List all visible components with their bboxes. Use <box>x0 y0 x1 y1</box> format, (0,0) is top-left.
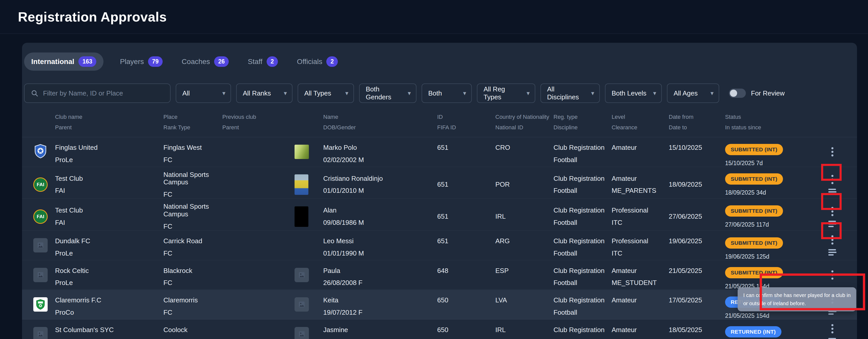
row-notes-icon[interactable] <box>828 249 837 256</box>
cell-level: Amateur <box>612 290 669 319</box>
cell-level-text: ITC <box>612 250 664 257</box>
cell-club: Test ClubFAI <box>55 199 163 230</box>
cell-reg-type-text: Club Registration <box>554 207 608 214</box>
table-row[interactable]: Dundalk FCProLeCarrick RoadFCLeo Messi01… <box>22 231 857 260</box>
search-box[interactable] <box>24 84 170 103</box>
cell-id-text: 651 <box>437 237 491 245</box>
row-menu-button[interactable] <box>830 323 834 334</box>
tab-coaches[interactable]: Coaches26 <box>179 53 231 71</box>
cell-dates: 18/05/2025 <box>669 319 725 339</box>
cell-country-text: LVA <box>495 297 549 304</box>
filter-bar: All▾All Ranks▾All Types▾Both Genders▾Bot… <box>24 84 857 103</box>
filter-dropdown-all-ages[interactable]: All Ages▾ <box>667 84 719 103</box>
filter-dropdown-all-types[interactable]: All Types▾ <box>298 84 354 103</box>
tab-players[interactable]: Players79 <box>117 53 165 71</box>
dropdown-value: All Ages <box>674 89 698 97</box>
cell-previous-club <box>222 260 294 290</box>
cell-level-text: Amateur <box>612 144 664 152</box>
table-row[interactable]: Finglas UnitedProLeFinglas WestFCMarko P… <box>22 137 857 167</box>
for-review-toggle[interactable] <box>729 89 746 98</box>
cell-player-photo <box>294 199 323 230</box>
column-header-line1: ID <box>437 114 495 120</box>
cell-reg-type-text: Club Registration <box>554 237 608 245</box>
row-menu-button[interactable] <box>830 269 834 281</box>
tab-officials[interactable]: Officials2 <box>294 53 340 71</box>
dropdown-value: Both Genders <box>366 85 404 101</box>
cell-id-text: 650 <box>437 326 491 334</box>
cell-actions <box>819 137 845 167</box>
cell-level-text: ME_PARENTS <box>612 187 664 194</box>
cell-club-text: Test Club <box>55 207 159 214</box>
status-badge: SUBMITTED (INT) <box>725 237 783 249</box>
cell-name: Jasmine01/10/1991 F <box>323 319 437 339</box>
cell-player-photo <box>294 260 323 290</box>
cell-place-text: FC <box>163 156 218 164</box>
row-notes-icon[interactable] <box>828 188 837 196</box>
row-menu-button[interactable] <box>830 146 834 157</box>
cell-status: SUBMITTED (INT)21/05/2025 154d <box>725 260 819 290</box>
dropdown-value: All Disciplines <box>547 85 588 101</box>
cell-country: POR <box>495 167 554 199</box>
filter-dropdown-all-disciplines[interactable]: All Disciplines▾ <box>540 84 600 103</box>
table-row[interactable]: Rock CelticProLeBlackrockFCPaula26/08/20… <box>22 260 857 290</box>
header-spacer <box>294 114 323 131</box>
cell-name-text: 02/02/2002 M <box>323 156 433 164</box>
cell-id: 650 <box>437 290 495 319</box>
table-header: Club nameParentPlaceRank TypePrevious cl… <box>22 109 857 137</box>
cell-club-logo: FAI <box>33 199 55 230</box>
cell-club-logo: FAI <box>33 167 55 199</box>
cell-player-photo <box>294 231 323 260</box>
filter-dropdown-all-reg-types[interactable]: All Reg Types▾ <box>477 84 535 103</box>
search-input[interactable] <box>43 89 164 97</box>
cell-player-photo <box>294 319 323 339</box>
cell-place: National Sports CampusFC <box>163 167 222 199</box>
cell-country: IRL <box>495 199 554 230</box>
table-body: Finglas UnitedProLeFinglas WestFCMarko P… <box>22 137 857 339</box>
cell-club-text: ProLe <box>55 250 159 257</box>
column-header-id: IDFIFA ID <box>437 114 495 131</box>
tab-staff[interactable]: Staff2 <box>245 53 280 71</box>
tab-international[interactable]: International163 <box>24 53 103 71</box>
cell-reg-type-text: Football <box>554 309 608 316</box>
filter-dropdown-all-ranks[interactable]: All Ranks▾ <box>236 84 292 103</box>
column-header-line2: Clearance <box>612 124 669 131</box>
table-row[interactable]: Claremorris F.CProCoClaremorrisFCKeita19… <box>22 290 857 319</box>
filter-dropdown-both-genders[interactable]: Both Genders▾ <box>359 84 416 103</box>
cell-level: AmateurME_STUDENT <box>612 260 669 290</box>
table-row[interactable]: St Columban's SYCProLeCoolockFCJasmine01… <box>22 319 857 339</box>
filter-dropdown-both-levels[interactable]: Both Levels▾ <box>605 84 662 103</box>
row-menu-button[interactable] <box>830 234 834 246</box>
row-menu-button[interactable] <box>830 174 834 185</box>
cell-name-text: 01/01/2010 M <box>323 187 433 194</box>
cell-level-text: Amateur <box>612 175 664 183</box>
table-row[interactable]: FAITest ClubFAINational Sports CampusFCA… <box>22 199 857 231</box>
status-badge: RETURNED (INT) <box>725 326 781 337</box>
dropdown-value: All Ranks <box>243 89 271 97</box>
column-header-line1: Level <box>612 114 669 120</box>
row-menu-button[interactable] <box>830 206 834 217</box>
cell-status: SUBMITTED (INT)18/09/2025 34d <box>725 167 819 199</box>
row-notes-icon[interactable] <box>828 337 837 339</box>
for-review-label: For Review <box>751 89 784 97</box>
cell-country: ESP <box>495 260 554 290</box>
cell-reg-type-text: Club Registration <box>554 144 608 152</box>
cell-player-photo <box>294 137 323 167</box>
dropdown-value: All Types <box>304 89 331 97</box>
note-tooltip-line1: I can confirm she has never played for a… <box>743 291 850 299</box>
cell-dates-text: 21/05/2025 <box>669 267 721 275</box>
filter-dropdowns: All▾All Ranks▾All Types▾Both Genders▾Bot… <box>176 84 719 103</box>
row-notes-icon[interactable] <box>828 220 837 227</box>
cell-country: CRO <box>495 137 554 167</box>
filter-dropdown-both[interactable]: Both▾ <box>422 84 472 103</box>
cell-dates-text: 18/05/2025 <box>669 326 721 334</box>
chevron-down-icon: ▾ <box>222 90 225 97</box>
cell-place-text: National Sports Campus <box>163 171 218 186</box>
filter-dropdown-all[interactable]: All▾ <box>176 84 231 103</box>
table-row[interactable]: FAITest ClubFAINational Sports CampusFCC… <box>22 167 857 199</box>
chevron-down-icon: ▾ <box>527 90 530 97</box>
column-header-line1: Date from <box>669 114 725 120</box>
cell-club-text: Claremorris F.C <box>55 297 159 304</box>
cell-club-text: Rock Celtic <box>55 267 159 275</box>
cell-status: SUBMITTED (INT)27/06/2025 117d <box>725 199 819 230</box>
cell-dates: 15/10/2025 <box>669 137 725 167</box>
